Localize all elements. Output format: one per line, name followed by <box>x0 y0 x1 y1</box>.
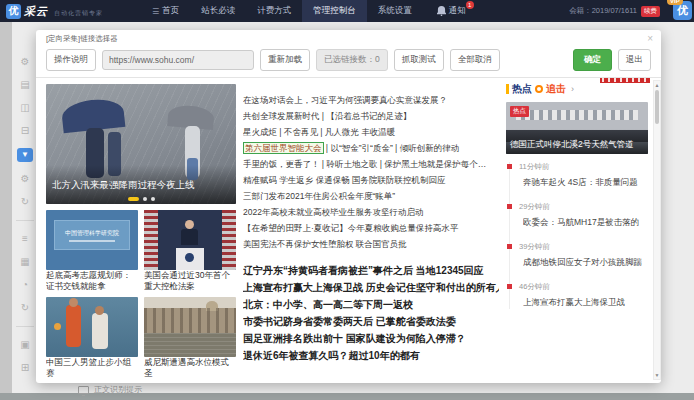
bullet-icon <box>507 164 512 169</box>
news-card[interactable]: 威尼斯遭遇高水位模式 圣 <box>144 297 236 379</box>
preview-scrollbar[interactable]: ▲ ▼ <box>653 80 661 380</box>
hot-item-title[interactable]: 成都地铁回应女子对小孩跳脚踹 <box>523 257 648 269</box>
news-card-caption[interactable]: 起底高考志愿规划师：证书交钱就能拿 <box>46 270 138 292</box>
headline-link[interactable]: 国足亚洲排名跌出前十 国家队建设为何陷入停滞？ <box>243 330 499 347</box>
nav-item-console[interactable]: 管理控制台 <box>302 0 367 22</box>
headline-column: 在这场对话会上，习近平为何强调要真心实意谋发展？ 共创全球发展新时代 | 【沿着… <box>243 84 499 364</box>
refresh-icon[interactable]: ↻ <box>17 196 33 208</box>
collapse-icon[interactable]: ⊟ <box>17 125 33 137</box>
exit-button[interactable]: 退出 <box>618 49 651 71</box>
player-shape <box>66 305 81 347</box>
news-card-caption[interactable]: 威尼斯遭遇高水位模式 圣 <box>144 357 236 379</box>
hot-title-right: 追击 <box>546 82 566 96</box>
speaker-shape <box>185 220 194 229</box>
logo-tagline: 自动化营销专家 <box>54 9 103 18</box>
confirm-button[interactable]: 确定 <box>573 49 612 71</box>
hot-item[interactable]: 11分钟前 奔驰车起火 4S店：非质量问题 <box>519 162 648 189</box>
box-icon[interactable]: ▣ <box>17 339 33 351</box>
help-button[interactable]: 操作说明 <box>46 49 96 71</box>
close-icon[interactable]: × <box>647 33 653 44</box>
headline-link[interactable]: 退休近6年被查算久吗？超过10年的都有 <box>243 347 499 364</box>
nav-item-label: 系统设置 <box>378 5 412 17</box>
headline-rest[interactable]: | 以“智金”引“质金” | 倾听创新的律动 <box>324 143 460 153</box>
cancel-all-button[interactable]: 全部取消 <box>450 49 500 71</box>
hot-header[interactable]: 热点 追击 › <box>506 82 648 96</box>
vip-badge: VIP <box>667 0 683 5</box>
hot-timeline: 11分钟前 奔驰车起火 4S店：非质量问题 29分钟前 欧委会：马航MH17是被… <box>509 162 648 309</box>
nav-item-settings[interactable]: 系统设置 <box>367 0 423 22</box>
hot-item[interactable]: 46分钟前 上海宣布打赢大上海保卫战 <box>519 282 648 309</box>
hot-item[interactable]: 29分钟前 欧委会：马航MH17是被击落的 <box>519 202 648 229</box>
membership-tag[interactable]: 续费 <box>641 6 660 17</box>
carousel-dot-active[interactable] <box>128 197 139 201</box>
hot-item-title[interactable]: 上海宣布打赢大上海保卫战 <box>523 297 648 309</box>
news-card[interactable]: 中国管理科学研究院 起底高考志愿规划师：证书交钱就能拿 <box>46 210 138 292</box>
logo-text: 采云 <box>24 4 48 19</box>
flag-shape <box>222 210 236 270</box>
scroll-thumb[interactable] <box>655 90 659 124</box>
list-icon[interactable]: ▤ <box>17 79 33 91</box>
selected-count: 已选链接数：0 <box>316 49 388 71</box>
headline-link[interactable]: 手里的饭，更香了！ | 聆听土地之歌 | 保护黑土地就是保护每个… <box>243 156 499 172</box>
hot-item-title[interactable]: 奔驰车起火 4S店：非质量问题 <box>523 177 648 189</box>
gear-icon[interactable]: ⚙ <box>17 56 33 68</box>
headline-link[interactable]: 在这场对话会上，习近平为何强调要真心实意谋发展？ <box>243 92 499 108</box>
app-logo[interactable]: 优 采云 自动化营销专家 <box>0 4 103 19</box>
reload-button[interactable]: 重新加载 <box>260 49 310 71</box>
headline-link[interactable]: 【在希望的田野上·夏收记】今年夏粮收购总量保持高水平 <box>243 220 499 236</box>
headline-link[interactable]: 三部门发布2021年住房公积金年度“账单” <box>243 188 499 204</box>
news-card[interactable]: 美国会通过近30年首个重大控枪法案 <box>144 210 236 292</box>
notifications-button[interactable]: 通知 1 <box>437 5 472 17</box>
hot-item[interactable]: 39分钟前 成都地铁回应女子对小孩跳脚踹 <box>519 242 648 269</box>
membership-text: 会籍：2019/07/1611 <box>569 6 637 16</box>
window-icon[interactable]: ⊞ <box>17 362 33 374</box>
headline-list-large: 辽宁丹东“持黄码者看病被拦”事件之后 当地12345回应 上海宣布打赢大上海保卫… <box>243 262 499 364</box>
scroll-up-icon[interactable]: ▲ <box>654 82 660 88</box>
chevron-right-icon[interactable]: › <box>571 84 574 94</box>
selected-link-highlight[interactable]: 第六届世界智能大会 <box>243 142 324 154</box>
hot-feature-caption[interactable]: 德国正式叫停北溪2号天然气管道 <box>506 129 648 154</box>
nav-item-home[interactable]: ☰ 首页 <box>141 0 190 22</box>
clock-icon[interactable]: ◔ <box>17 279 33 291</box>
carousel-dot[interactable] <box>151 197 155 201</box>
headline-link[interactable]: 共创全球发展新时代 | 【沿着总书记的足迹】 <box>243 108 499 124</box>
gear2-icon[interactable]: ⚙ <box>17 173 33 185</box>
speech-image[interactable] <box>144 210 236 270</box>
rail-divider <box>16 326 34 327</box>
venice-image[interactable] <box>144 297 236 357</box>
headline-link[interactable]: 辽宁丹东“持黄码者看病被拦”事件之后 当地12345回应 <box>243 262 499 279</box>
basketball-image[interactable] <box>46 297 138 357</box>
news-card-caption[interactable]: 美国会通过近30年首个重大控枪法案 <box>144 270 236 292</box>
content-hint-label: 正文识别提示 <box>94 384 142 395</box>
carousel[interactable]: 北方入汛来最强降雨过程今夜上线 <box>46 84 236 204</box>
headline-link[interactable]: 北京：中小学、高一高二等下周一返校 <box>243 296 499 313</box>
headline-link[interactable]: 2022年高校未就业高校毕业生服务攻坚行动启动 <box>243 204 499 220</box>
news-card[interactable]: 中国三人男篮止步小组赛 <box>46 297 138 379</box>
headline-link[interactable]: 星火成炬 | 不舍再见 | 凡人微光 丰收温暖 <box>243 124 499 140</box>
headline-link[interactable]: 上海宣布打赢大上海保卫战 历史会记住坚守和付出的所有人 <box>243 279 499 296</box>
carousel-dot[interactable] <box>143 197 147 201</box>
news-card-grid: 中国管理科学研究院 起底高考志愿规划师：证书交钱就能拿 <box>46 210 236 379</box>
vip-avatar[interactable]: 优 VIP <box>673 1 692 20</box>
scroll-down-icon[interactable]: ▼ <box>654 372 660 378</box>
top-nav: ☰ 首页 站长必读 计费方式 管理控制台 系统设置 <box>141 0 423 22</box>
headline-link[interactable]: 美国宪法不再保护女性堕胎权 联合国官员批 <box>243 236 499 252</box>
reload-icon[interactable]: ↻ <box>17 302 33 314</box>
url-input[interactable] <box>102 50 254 70</box>
link-selector-icon[interactable]: ▼ <box>17 148 33 162</box>
hot-feature-card[interactable]: 热点 德国正式叫停北溪2号天然气管道 <box>506 102 648 154</box>
news-card-caption[interactable]: 中国三人男篮止步小组赛 <box>46 357 138 379</box>
hot-item-title[interactable]: 欧委会：马航MH17是被击落的 <box>523 217 648 229</box>
test-button[interactable]: 抓取测试 <box>394 49 444 71</box>
headline-link-highlighted[interactable]: 第六届世界智能大会 | 以“智金”引“质金” | 倾听创新的律动 <box>243 140 499 156</box>
panel-icon[interactable]: ◫ <box>17 102 33 114</box>
grid-icon[interactable]: ▦ <box>17 256 33 268</box>
nav-item-guide[interactable]: 站长必读 <box>190 0 246 22</box>
menu-lines-icon[interactable]: ≡ <box>17 233 33 245</box>
buildings-shape <box>144 308 236 333</box>
headline-link[interactable]: 精准赋码 学生返乡 保通保畅 国务院联防联控机制回应 <box>243 172 499 188</box>
plaque-image[interactable]: 中国管理科学研究院 <box>46 210 138 270</box>
headline-link[interactable]: 市委书记跻身省委常委两天后 已掌舵省委政法委 <box>243 313 499 330</box>
nav-item-pricing[interactable]: 计费方式 <box>246 0 302 22</box>
logo-icon: 优 <box>6 4 21 19</box>
